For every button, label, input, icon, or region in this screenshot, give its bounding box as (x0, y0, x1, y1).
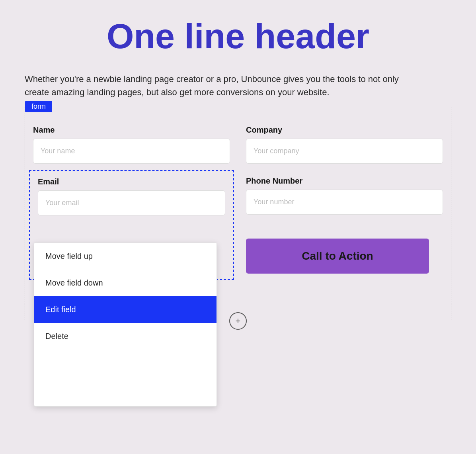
label-company: Company (246, 125, 443, 135)
label-phone: Phone Number (246, 176, 443, 186)
label-name: Name (33, 125, 230, 135)
page-title: One line header (0, 12, 476, 61)
page-wrapper: One line header Whether you're a newbie … (0, 0, 476, 454)
dropdown-item-move-down[interactable]: Move field down (34, 270, 217, 296)
placeholder-phone: Your number (254, 198, 294, 206)
placeholder-email: Your email (45, 199, 79, 207)
cta-container: Call to Action (246, 239, 443, 274)
form-section: form Name Your name Company Your company… (25, 107, 451, 304)
dropdown-item-move-up[interactable]: Move field up (34, 243, 217, 270)
form-tag[interactable]: form (25, 101, 52, 112)
field-group-phone: Phone Number Your number Call to Action (238, 170, 451, 280)
input-phone[interactable]: Your number (246, 190, 443, 215)
input-name[interactable]: Your name (33, 139, 230, 164)
field-group-email: Email Your email Move field up Move fiel… (29, 170, 234, 280)
cta-button[interactable]: Call to Action (246, 239, 429, 274)
form-grid: Name Your name Company Your company Emai… (25, 107, 451, 280)
input-company[interactable]: Your company (246, 139, 443, 164)
dropdown-menu: Move field up Move field down Edit field… (34, 243, 217, 407)
add-field-button[interactable]: + (229, 312, 247, 330)
dropdown-item-delete[interactable]: Delete (34, 323, 217, 350)
placeholder-name: Your name (41, 147, 75, 155)
body-description: Whether you're a newbie landing page cre… (0, 61, 438, 99)
dropdown-item-edit[interactable]: Edit field (34, 296, 217, 323)
label-email: Email (38, 177, 225, 186)
placeholder-company: Your company (254, 147, 299, 155)
field-group-company: Company Your company (238, 119, 451, 170)
input-email[interactable]: Your email (38, 190, 225, 215)
field-group-name: Name Your name (25, 119, 238, 170)
